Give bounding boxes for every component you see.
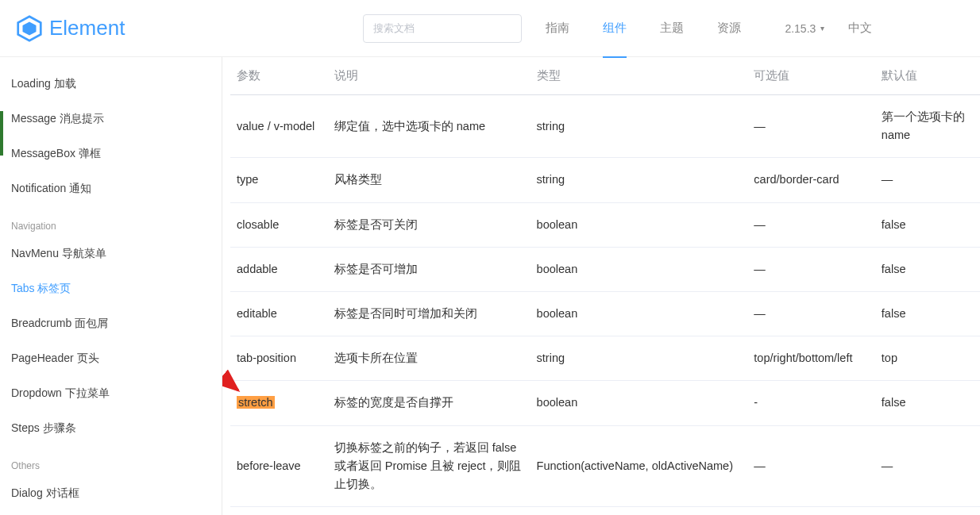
cell-param: before-leave <box>230 425 328 507</box>
chevron-down-icon: ▾ <box>820 24 824 33</box>
th-param: 参数 <box>230 57 328 95</box>
cell-desc: 标签是否同时可增加和关闭 <box>328 291 531 336</box>
scroll-indicator <box>0 111 3 156</box>
table-row: addable标签是否可增加boolean—false <box>230 247 980 291</box>
table-row: stretch标签的宽度是否自撑开boolean-false <box>230 381 980 425</box>
cell-opt: — <box>747 95 874 158</box>
th-opt: 可选值 <box>747 57 874 95</box>
sidebar-item[interactable]: Steps 步骤条 <box>11 411 222 446</box>
sidebar-item[interactable]: PageHeader 页头 <box>11 341 222 376</box>
cell-type: string <box>531 158 748 202</box>
cell-def: — <box>875 158 980 202</box>
cell-opt: card/border-card <box>747 158 874 202</box>
cell-def: false <box>875 247 980 291</box>
cell-opt: — <box>747 202 874 247</box>
content: 参数 说明 类型 可选值 默认值 value / v-model绑定值，选中选项… <box>222 57 980 515</box>
language-selector[interactable]: 中文 <box>848 21 872 36</box>
sidebar-item[interactable]: Message 消息提示 <box>11 102 222 136</box>
cell-opt: — <box>747 247 874 291</box>
cell-opt: — <box>747 291 874 336</box>
cell-param: stretch <box>230 381 328 425</box>
table-row: type风格类型stringcard/border-card— <box>230 158 980 202</box>
logo[interactable]: Element <box>16 15 125 42</box>
table-row: closable标签是否可关闭boolean—false <box>230 202 980 247</box>
version-text: 2.15.3 <box>785 22 816 35</box>
sidebar-group-navigation: Navigation <box>11 206 222 236</box>
nav-guide[interactable]: 指南 <box>546 21 569 55</box>
nav-resource[interactable]: 资源 <box>717 21 741 55</box>
cell-param: tab-position <box>230 336 328 381</box>
cell-opt: top/right/bottom/left <box>747 336 874 381</box>
cell-def: false <box>875 202 980 247</box>
sidebar-item[interactable]: MessageBox 弹框 <box>11 136 222 171</box>
cell-def: false <box>875 381 980 425</box>
cell-type: boolean <box>531 291 748 336</box>
cell-type: string <box>531 95 748 158</box>
cell-opt: — <box>747 425 874 507</box>
cell-desc: 绑定值，选中选项卡的 name <box>328 95 531 158</box>
table-row: before-leave切换标签之前的钩子，若返回 false 或者返回 Pro… <box>230 425 980 507</box>
cell-def: 第一个选项卡的 name <box>875 95 980 158</box>
cell-desc: 风格类型 <box>328 158 531 202</box>
cell-desc: 标签是否可增加 <box>328 247 531 291</box>
attributes-table: 参数 说明 类型 可选值 默认值 value / v-model绑定值，选中选项… <box>230 57 980 507</box>
sidebar-item[interactable]: Loading 加载 <box>11 67 222 102</box>
sidebar-group-others: Others <box>11 446 222 476</box>
sidebar-item[interactable]: Tabs 标签页 <box>11 271 222 306</box>
cell-opt: - <box>747 381 874 425</box>
cell-type: boolean <box>531 247 748 291</box>
th-def: 默认值 <box>875 57 980 95</box>
header: Element 指南 组件 主题 资源 2.15.3 ▾ 中文 <box>0 0 980 57</box>
nav-component[interactable]: 组件 <box>603 21 627 55</box>
cell-param: addable <box>230 247 328 291</box>
cell-desc: 标签的宽度是否自撑开 <box>328 381 531 425</box>
sidebar-item[interactable]: NavMenu 导航菜单 <box>11 236 222 271</box>
th-type: 类型 <box>531 57 748 95</box>
table-row: tab-position选项卡所在位置stringtop/right/botto… <box>230 336 980 381</box>
brand-text: Element <box>49 16 125 40</box>
cell-def: false <box>875 291 980 336</box>
cell-def: — <box>875 425 980 507</box>
search-box[interactable] <box>363 14 522 43</box>
sidebar-item[interactable]: Notification 通知 <box>11 171 222 206</box>
cell-def: top <box>875 336 980 381</box>
cell-type: Function(activeName, oldActiveName) <box>531 425 748 507</box>
search-input[interactable] <box>373 22 511 34</box>
cell-type: boolean <box>531 381 748 425</box>
sidebar-item[interactable]: Dialog 对话框 <box>11 476 222 511</box>
highlighted-text: stretch <box>237 396 275 409</box>
cell-type: string <box>531 336 748 381</box>
table-row: value / v-model绑定值，选中选项卡的 namestring—第一个… <box>230 95 980 158</box>
sidebar: Loading 加载Message 消息提示MessageBox 弹框Notif… <box>0 57 222 515</box>
sidebar-item[interactable]: Dropdown 下拉菜单 <box>11 376 222 411</box>
svg-marker-1 <box>23 21 37 35</box>
sidebar-item[interactable]: Breadcrumb 面包屑 <box>11 306 222 341</box>
version-selector[interactable]: 2.15.3 ▾ <box>785 22 824 35</box>
cell-desc: 选项卡所在位置 <box>328 336 531 381</box>
cell-desc: 标签是否可关闭 <box>328 202 531 247</box>
nav-theme[interactable]: 主题 <box>660 21 684 55</box>
cell-desc: 切换标签之前的钩子，若返回 false 或者返回 Promise 且被 reje… <box>328 425 531 507</box>
element-logo-icon <box>16 15 43 42</box>
table-row: editable标签是否同时可增加和关闭boolean—false <box>230 291 980 336</box>
cell-type: boolean <box>531 202 748 247</box>
cell-param: closable <box>230 202 328 247</box>
cell-param: value / v-model <box>230 95 328 158</box>
cell-param: type <box>230 158 328 202</box>
nav-links: 指南 组件 主题 资源 <box>546 21 741 36</box>
cell-param: editable <box>230 291 328 336</box>
th-desc: 说明 <box>328 57 531 95</box>
